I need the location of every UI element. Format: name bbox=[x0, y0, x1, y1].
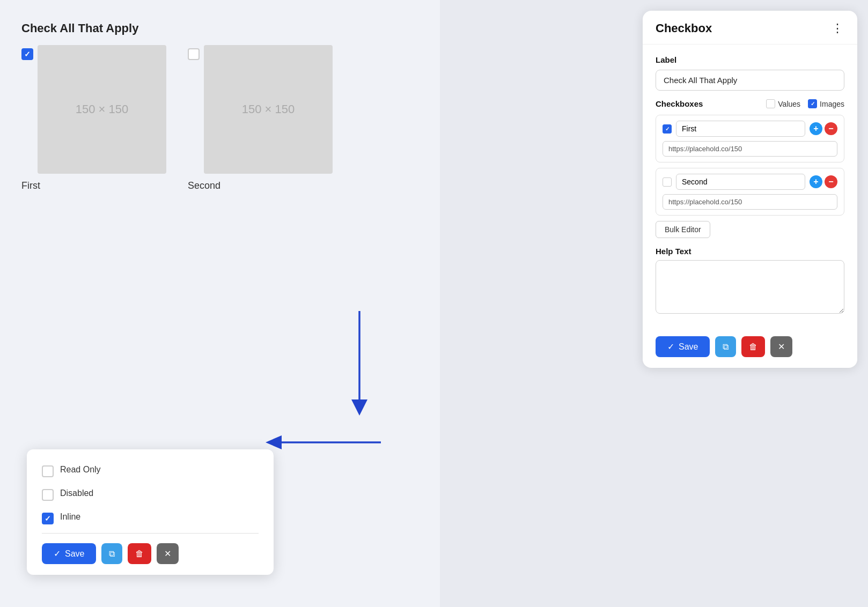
second-entry: + − bbox=[656, 168, 844, 216]
field-label: Check All That Apply bbox=[21, 21, 418, 35]
second-entry-remove-button[interactable]: − bbox=[825, 175, 837, 188]
read-only-row: Read Only bbox=[42, 462, 259, 477]
second-entry-checkbox[interactable] bbox=[663, 177, 672, 187]
images-checkbox[interactable] bbox=[808, 99, 817, 108]
panel-body: Label Checkboxes Values Images bbox=[643, 45, 857, 336]
second-caption: Second bbox=[188, 180, 220, 191]
checkbox-entries-container: + − + − bbox=[656, 115, 844, 216]
second-checkbox[interactable] bbox=[188, 48, 200, 60]
panel-delete-button[interactable]: 🗑 bbox=[741, 336, 765, 357]
first-item: 150 × 150 First bbox=[21, 45, 166, 191]
popup-card: Read Only Disabled Inline ✓ Save ⧉ 🗑 bbox=[27, 449, 274, 575]
right-panel: Checkbox ⋮ Label Checkboxes Values Image… bbox=[643, 11, 857, 368]
arrow-down bbox=[349, 311, 370, 420]
checkboxes-toggles: Values Images bbox=[766, 99, 844, 108]
first-entry-remove-button[interactable]: − bbox=[825, 122, 837, 135]
first-entry-add-button[interactable]: + bbox=[810, 122, 822, 135]
images-toggle[interactable]: Images bbox=[808, 99, 844, 108]
trash-icon: 🗑 bbox=[135, 549, 144, 558]
label-section-heading: Label bbox=[656, 55, 844, 64]
second-entry-name-input[interactable] bbox=[676, 174, 805, 190]
popup-buttons: ✓ Save ⧉ 🗑 ✕ bbox=[42, 543, 259, 564]
read-only-label: Read Only bbox=[60, 465, 101, 475]
popup-delete-button[interactable]: 🗑 bbox=[128, 543, 151, 564]
first-entry-url-input[interactable] bbox=[663, 141, 837, 157]
panel-close-icon: ✕ bbox=[778, 342, 785, 351]
popup-divider bbox=[42, 533, 259, 534]
panel-trash-icon: 🗑 bbox=[749, 342, 757, 351]
canvas-area: Check All That Apply 150 × 150 First 150… bbox=[0, 0, 440, 607]
second-entry-url-input[interactable] bbox=[663, 194, 837, 210]
panel-header: Checkbox ⋮ bbox=[643, 11, 857, 45]
first-entry-checkbox[interactable] bbox=[663, 124, 672, 134]
second-item-inner: 150 × 150 bbox=[188, 45, 333, 174]
inline-row: Inline bbox=[42, 509, 259, 524]
disabled-label: Disabled bbox=[60, 488, 93, 498]
inline-checkbox[interactable] bbox=[42, 513, 54, 524]
inline-label: Inline bbox=[60, 512, 80, 522]
values-checkbox[interactable] bbox=[766, 99, 775, 108]
panel-title: Checkbox bbox=[656, 21, 712, 35]
panel-save-button[interactable]: ✓ Save bbox=[656, 336, 710, 357]
first-entry-actions: + − bbox=[810, 122, 837, 135]
bulk-editor-button[interactable]: Bulk Editor bbox=[656, 221, 710, 238]
panel-cancel-button[interactable]: ✕ bbox=[770, 336, 792, 357]
first-checkbox[interactable] bbox=[21, 48, 33, 60]
svg-marker-1 bbox=[351, 399, 367, 416]
label-input[interactable] bbox=[656, 70, 844, 91]
help-text-heading: Help Text bbox=[656, 247, 844, 256]
values-toggle[interactable]: Values bbox=[766, 99, 800, 108]
popup-copy-button[interactable]: ⧉ bbox=[101, 543, 122, 564]
copy-icon: ⧉ bbox=[109, 549, 115, 558]
checkbox-images-row: 150 × 150 First 150 × 150 Second bbox=[21, 45, 418, 191]
disabled-checkbox[interactable] bbox=[42, 489, 54, 501]
checkboxes-header: Checkboxes Values Images bbox=[656, 99, 844, 108]
save-check-icon: ✓ bbox=[667, 342, 674, 352]
panel-copy-button[interactable]: ⧉ bbox=[715, 336, 736, 357]
first-caption: First bbox=[21, 180, 40, 191]
help-text-input[interactable] bbox=[656, 260, 844, 314]
first-entry-row: + − bbox=[663, 121, 837, 137]
read-only-checkbox[interactable] bbox=[42, 465, 54, 477]
popup-cancel-button[interactable]: ✕ bbox=[157, 543, 179, 564]
disabled-row: Disabled bbox=[42, 486, 259, 501]
second-entry-actions: + − bbox=[810, 175, 837, 188]
check-icon: ✓ bbox=[54, 549, 61, 559]
second-entry-row: + − bbox=[663, 174, 837, 190]
first-item-inner: 150 × 150 bbox=[21, 45, 166, 174]
panel-footer: ✓ Save ⧉ 🗑 ✕ bbox=[643, 336, 857, 368]
second-item: 150 × 150 Second bbox=[188, 45, 333, 191]
svg-marker-3 bbox=[266, 435, 282, 449]
second-image-placeholder: 150 × 150 bbox=[204, 45, 333, 174]
images-label: Images bbox=[820, 100, 844, 108]
panel-menu-icon[interactable]: ⋮ bbox=[832, 23, 844, 34]
close-icon: ✕ bbox=[164, 549, 171, 558]
first-entry-name-input[interactable] bbox=[676, 121, 805, 137]
panel-copy-icon: ⧉ bbox=[723, 342, 729, 351]
first-image-placeholder: 150 × 150 bbox=[38, 45, 166, 174]
first-entry: + − bbox=[656, 115, 844, 162]
second-entry-add-button[interactable]: + bbox=[810, 175, 822, 188]
values-label: Values bbox=[778, 100, 800, 108]
popup-save-button[interactable]: ✓ Save bbox=[42, 543, 96, 564]
arrow-left bbox=[263, 434, 381, 453]
checkboxes-section-heading: Checkboxes bbox=[656, 99, 703, 108]
